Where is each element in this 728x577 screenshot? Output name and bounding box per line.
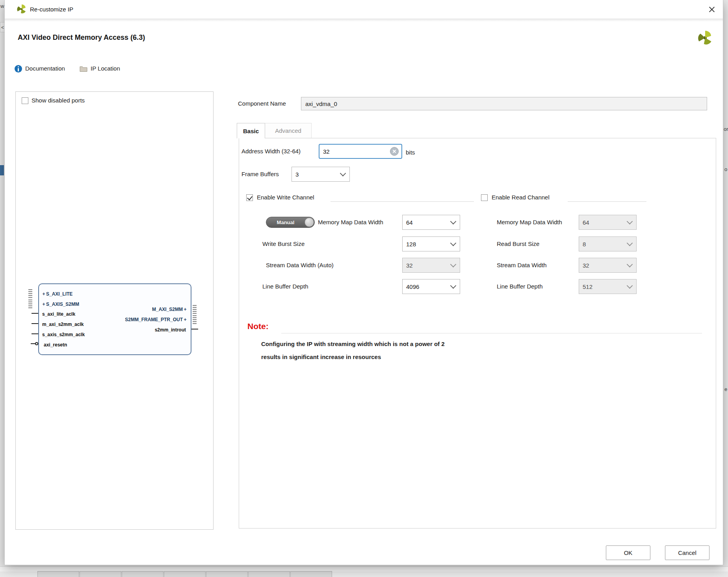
chevron-down-icon [450, 283, 457, 289]
write-burst-size-select[interactable]: 128 [402, 236, 460, 251]
write-mm-data-width-label: Memory Map Data Width [318, 218, 383, 227]
dialog-titlebar[interactable]: Re-customize IP [5, 0, 723, 19]
port-label: S_AXIS_S2MM [46, 301, 79, 308]
read-line-buffer-depth-select: 512 [579, 279, 637, 294]
chevron-down-icon [627, 283, 633, 289]
port-label: axi_resetn [44, 341, 67, 348]
port-s-axi-lite-aclk[interactable]: s_axi_lite_aclk [42, 311, 75, 318]
note-divider [281, 333, 702, 333]
close-icon [708, 6, 715, 13]
documentation-link[interactable]: Documentation [25, 64, 65, 73]
write-line-buffer-depth-label: Line Buffer Depth [262, 282, 308, 291]
combo-value: 4096 [406, 283, 419, 290]
enable-read-channel-checkbox[interactable] [481, 194, 488, 201]
combo-value: 128 [406, 241, 416, 248]
combo-value: 64 [406, 219, 413, 226]
expand-plus-icon[interactable] [183, 316, 188, 323]
port-s2mm-introut[interactable]: s2mm_introut [155, 326, 186, 333]
signal-stub [191, 329, 198, 329]
close-button[interactable] [705, 2, 719, 17]
folder-icon [80, 65, 87, 72]
screen: w < or o e Re-customize IP AXI Video Dir… [0, 0, 728, 577]
write-stream-data-width-select: 32 [402, 258, 460, 273]
port-label: s_axi_lite_aclk [42, 311, 75, 318]
port-m-axi-s2mm[interactable]: M_AXI_S2MM [152, 306, 188, 313]
read-stream-data-width-select: 32 [579, 258, 637, 273]
read-mm-data-width-label: Memory Map Data Width [497, 218, 562, 227]
tab-label: Advanced [275, 127, 301, 134]
clock-stub [32, 323, 38, 324]
xilinx-logo [697, 30, 713, 46]
combo-value: 8 [583, 241, 586, 248]
bus-stub-icon [28, 299, 33, 308]
combo-value: 64 [583, 219, 589, 226]
dialog-title: Re-customize IP [30, 0, 73, 19]
frame-buffers-select[interactable]: 3 [292, 167, 350, 182]
chevron-down-icon [450, 218, 457, 225]
note-title: Note: [247, 322, 269, 331]
port-s2mm-frame-ptr-out[interactable]: S2MM_FRAME_PTR_OUT [125, 316, 188, 323]
reset-bubble-icon [35, 342, 38, 345]
enable-write-channel-label: Enable Write Channel [257, 193, 314, 202]
background-text-fragment: o [724, 166, 728, 172]
write-mm-data-width-select[interactable]: 64 [402, 215, 460, 230]
read-burst-size-select: 8 [579, 236, 637, 251]
write-stream-data-width-label: Stream Data Width (Auto) [266, 261, 334, 270]
read-stream-data-width-label: Stream Data Width [497, 261, 547, 270]
show-disabled-ports-checkbox[interactable] [22, 97, 28, 104]
chevron-down-icon [627, 261, 633, 268]
clear-input-icon[interactable] [390, 147, 399, 156]
bus-stub-icon [192, 304, 197, 314]
port-s-axis-s2mm-aclk[interactable]: s_axis_s2mm_aclk [42, 331, 85, 338]
port-axi-resetn[interactable]: axi_resetn [44, 341, 67, 348]
note-text-line: Configuring the IP with streaming width … [261, 341, 445, 347]
bus-stub-icon [192, 315, 197, 324]
note-text-line: results in significant increase in resou… [261, 354, 381, 360]
port-label: m_axi_s2mm_aclk [42, 321, 84, 328]
enable-read-channel-label: Enable Read Channel [492, 193, 550, 202]
manual-auto-toggle[interactable]: Manual [266, 217, 315, 228]
chevron-down-icon [627, 240, 633, 246]
ip-location-link[interactable]: IP Location [91, 64, 120, 73]
read-mm-data-width-select: 64 [579, 215, 637, 230]
port-s-axi-lite[interactable]: S_AXI_LITE [41, 290, 72, 298]
component-name-input[interactable] [301, 97, 707, 110]
show-disabled-ports-label: Show disabled ports [32, 96, 85, 105]
component-name-label: Component Name [238, 99, 286, 108]
port-label: S_AXI_LITE [46, 290, 72, 298]
recustomize-ip-dialog: Re-customize IP AXI Video Direct Memory … [5, 0, 723, 565]
chevron-down-icon [340, 170, 346, 177]
background-selection-fragment [0, 165, 4, 175]
port-label: s2mm_introut [155, 326, 186, 333]
port-s-axis-s2mm[interactable]: S_AXIS_S2MM [41, 301, 79, 308]
read-line-buffer-depth-label: Line Buffer Depth [497, 282, 542, 291]
background-table-fragment [37, 571, 332, 577]
reset-stub [31, 343, 35, 344]
toggle-knob[interactable] [305, 218, 314, 227]
ip-block-symbol[interactable]: S_AXI_LITE S_AXIS_S2MM s_axi_lite_aclk m… [38, 283, 191, 355]
ip-title: AXI Video Direct Memory Access (6.3) [18, 34, 145, 42]
expand-plus-icon[interactable] [41, 290, 46, 298]
combo-value: 32 [583, 262, 589, 269]
tab-advanced[interactable]: Advanced [265, 123, 312, 138]
cancel-button[interactable]: Cancel [665, 545, 709, 560]
port-label: s_axis_s2mm_aclk [42, 331, 85, 338]
combo-value: 3 [295, 171, 299, 178]
expand-plus-icon[interactable] [183, 306, 188, 313]
write-line-buffer-depth-select[interactable]: 4096 [402, 279, 460, 294]
divider [568, 201, 646, 202]
vivado-logo-icon [17, 4, 27, 14]
titlebar-shadow [5, 19, 723, 22]
clock-stub [32, 333, 38, 334]
ok-button[interactable]: OK [606, 545, 650, 560]
tab-label: Basic [243, 128, 259, 134]
chevron-down-icon [627, 218, 633, 225]
port-label: S2MM_FRAME_PTR_OUT [125, 316, 183, 323]
expand-plus-icon[interactable] [41, 301, 46, 308]
info-icon [15, 65, 22, 73]
tab-basic[interactable]: Basic [237, 123, 265, 138]
port-m-axi-s2mm-aclk[interactable]: m_axi_s2mm_aclk [42, 321, 84, 328]
address-width-label: Address Width (32-64) [241, 147, 301, 156]
combo-value: 512 [583, 283, 592, 290]
enable-write-channel-checkbox[interactable] [246, 194, 253, 201]
